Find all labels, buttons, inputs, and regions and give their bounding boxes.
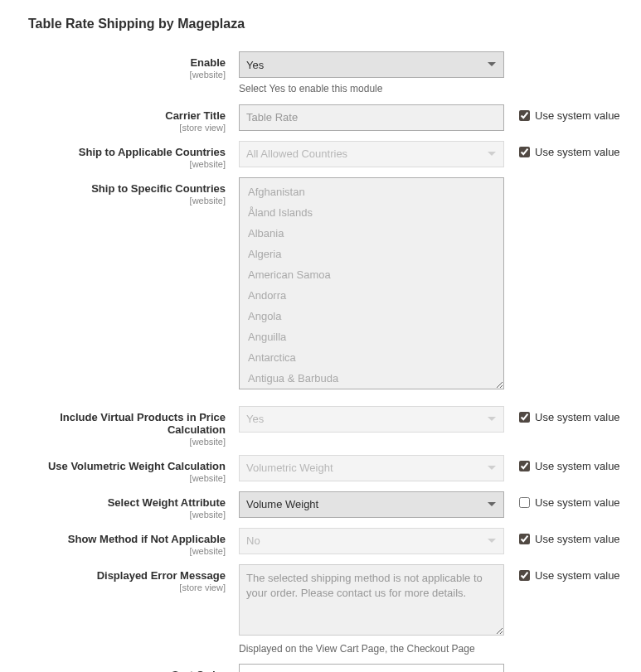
show-method-scope: [website]: [0, 546, 226, 556]
country-option[interactable]: Angola: [240, 306, 503, 326]
show-method-label: Show Method if Not Applicable: [68, 533, 226, 545]
show-method-sys-label: Use system value: [535, 533, 620, 545]
row-include-virtual: Include Virtual Products in Price Calcul…: [0, 406, 641, 447]
sort-order-input[interactable]: [239, 664, 504, 672]
ship-applicable-label: Ship to Applicable Countries: [79, 146, 226, 158]
country-option[interactable]: Andorra: [240, 285, 503, 306]
country-option[interactable]: Antigua & Barbuda: [240, 368, 503, 389]
show-method-sys-checkbox[interactable]: [519, 534, 530, 544]
weight-attr-sys-checkbox[interactable]: [519, 497, 530, 508]
enable-select[interactable]: Yes: [239, 51, 504, 78]
row-ship-specific: Ship to Specific Countries [website] Afg…: [0, 177, 641, 389]
volumetric-sys-checkbox[interactable]: [519, 461, 530, 471]
ship-applicable-scope: [website]: [0, 159, 226, 169]
country-option[interactable]: Antarctica: [240, 347, 503, 368]
ship-specific-label: Ship to Specific Countries: [91, 182, 226, 195]
show-method-select[interactable]: No: [239, 528, 504, 554]
carrier-title-input[interactable]: [239, 104, 504, 131]
row-carrier-title: Carrier Title [store view] Use system va…: [0, 104, 641, 133]
ship-specific-multiselect[interactable]: Afghanistan Åland Islands Albania Algeri…: [239, 177, 504, 389]
weight-attr-scope: [website]: [0, 510, 226, 520]
error-msg-scope: [store view]: [0, 583, 226, 592]
include-virtual-label: Include Virtual Products in Price Calcul…: [60, 411, 226, 436]
volumetric-sys-label: Use system value: [535, 460, 620, 472]
row-volumetric: Use Volumetric Weight Calculation [websi…: [0, 455, 641, 483]
row-enable: Enable [website] Yes Select Yes to enabl…: [0, 51, 641, 96]
ship-specific-scope: [website]: [0, 196, 226, 205]
ship-applicable-sys-label: Use system value: [535, 146, 620, 158]
carrier-title-sys-checkbox[interactable]: [519, 110, 530, 121]
sort-order-label: Sort Order: [172, 669, 226, 672]
weight-attr-label: Select Weight Attribute: [108, 496, 226, 509]
country-option[interactable]: Afghanistan: [240, 181, 503, 202]
row-error-msg: Displayed Error Message [store view] The…: [0, 564, 641, 656]
error-msg-sys-checkbox[interactable]: [519, 570, 530, 581]
error-msg-sys-label: Use system value: [535, 569, 620, 582]
row-sort-order: Sort Order [website]: [0, 664, 641, 672]
error-msg-textarea[interactable]: The selected shipping method is not appl…: [239, 564, 504, 636]
enable-label: Enable: [190, 56, 226, 69]
error-msg-label: Displayed Error Message: [97, 569, 226, 582]
carrier-title-scope: [store view]: [0, 123, 226, 133]
ship-applicable-sys-checkbox[interactable]: [519, 147, 530, 157]
include-virtual-sys-checkbox[interactable]: [519, 412, 530, 423]
include-virtual-sys-label: Use system value: [535, 411, 620, 423]
country-option[interactable]: Albania: [240, 223, 503, 244]
section-title: Table Rate Shipping by Mageplaza: [0, 8, 641, 51]
row-ship-applicable: Ship to Applicable Countries [website] A…: [0, 141, 641, 169]
carrier-title-sys-label: Use system value: [535, 109, 620, 122]
include-virtual-select[interactable]: Yes: [239, 406, 504, 433]
volumetric-select[interactable]: Volumetric Weight: [239, 455, 504, 481]
ship-applicable-select[interactable]: All Allowed Countries: [239, 141, 504, 167]
volumetric-label: Use Volumetric Weight Calculation: [48, 460, 226, 472]
country-option[interactable]: Anguilla: [240, 326, 503, 347]
weight-attr-sys-label: Use system value: [535, 496, 620, 509]
row-show-method: Show Method if Not Applicable [website] …: [0, 528, 641, 556]
country-option[interactable]: Algeria: [240, 244, 503, 264]
volumetric-scope: [website]: [0, 473, 226, 483]
weight-attr-select[interactable]: Volume Weight: [239, 491, 504, 518]
enable-scope: [website]: [0, 70, 226, 80]
country-option[interactable]: Åland Islands: [240, 202, 503, 223]
row-weight-attr: Select Weight Attribute [website] Volume…: [0, 491, 641, 520]
include-virtual-scope: [website]: [0, 437, 226, 447]
enable-help: Select Yes to enable this module: [239, 83, 504, 96]
error-msg-help: Displayed on the View Cart Page, the Che…: [239, 643, 504, 656]
carrier-title-label: Carrier Title: [165, 109, 226, 122]
country-option[interactable]: American Samoa: [240, 264, 503, 285]
